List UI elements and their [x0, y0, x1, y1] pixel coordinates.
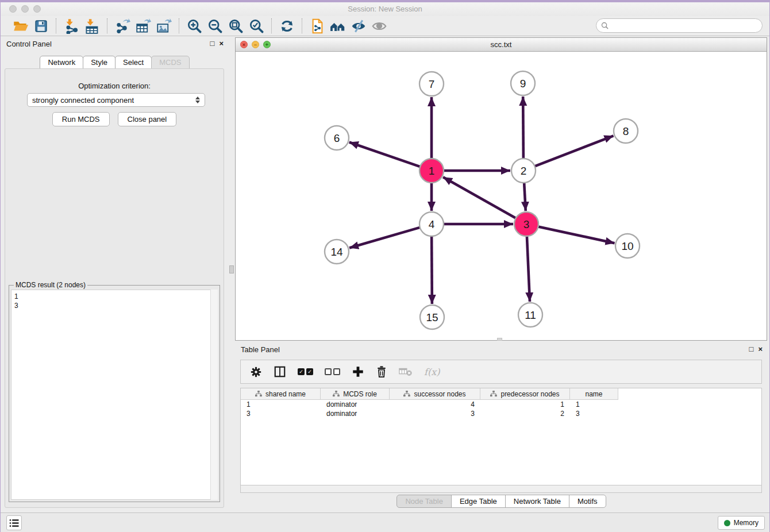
deselect-all-button[interactable]: [325, 363, 340, 380]
graph-node-label-9: 9: [520, 78, 526, 90]
table-panel-close-icon[interactable]: ×: [758, 344, 763, 354]
control-panel-float-icon[interactable]: □: [210, 38, 215, 48]
export-table-button[interactable]: [135, 18, 151, 34]
graph-edge-1-6[interactable]: [349, 142, 420, 167]
tab-select[interactable]: Select: [115, 56, 152, 69]
delete-table-icon: [399, 367, 413, 377]
window-title: Session: New Session: [1, 5, 769, 13]
save-session-button[interactable]: [33, 18, 49, 34]
trash-icon: [376, 365, 387, 378]
optimization-criterion-label: Optimization criterion:: [5, 82, 224, 90]
cell-MCDS-role: dominator: [321, 409, 390, 418]
graph-edge-3-10[interactable]: [538, 226, 615, 243]
new-network-from-selection-button[interactable]: [309, 18, 325, 34]
open-session-button[interactable]: [12, 18, 28, 34]
open-folder-icon: [13, 18, 28, 34]
panel-splitter[interactable]: [228, 37, 235, 512]
import-table-button[interactable]: [84, 18, 100, 34]
memory-button[interactable]: Memory: [718, 516, 765, 530]
column-type-icon: [403, 391, 410, 397]
cell-predecessor-nodes: 1: [480, 400, 570, 409]
graph-edge-3-1[interactable]: [443, 177, 516, 218]
hide-selected-button[interactable]: [351, 18, 367, 34]
zoom-selected-button[interactable]: [248, 18, 264, 34]
table-panel: Table Panel □ ×: [235, 342, 767, 512]
graph-node-label-6: 6: [334, 132, 340, 144]
first-neighbors-button[interactable]: [330, 18, 346, 34]
column-header-name[interactable]: name: [570, 388, 618, 400]
graph-node-label-7: 7: [429, 78, 435, 90]
cell-MCDS-role: dominator: [321, 400, 390, 409]
delete-table-button[interactable]: [399, 363, 413, 380]
mcds-result-text[interactable]: 1 3: [11, 290, 218, 500]
graph-node-label-8: 8: [623, 125, 629, 137]
import-table-icon: [84, 18, 100, 34]
run-mcds-button[interactable]: Run MCDS: [52, 112, 110, 126]
graph-edge-4-15[interactable]: [432, 236, 432, 304]
graph-edge-2-9[interactable]: [523, 97, 523, 159]
graph-edge-2-3[interactable]: [524, 183, 526, 211]
cell-shared-name: 1: [241, 400, 321, 409]
column-header-label: name: [585, 390, 602, 398]
column-header-shared-name[interactable]: shared name: [241, 388, 321, 400]
export-network-button[interactable]: [114, 18, 130, 34]
memory-status-icon: [724, 520, 730, 526]
search-input[interactable]: [611, 22, 757, 30]
tab-edge-table[interactable]: Edge Table: [451, 495, 506, 508]
column-header-successor-nodes[interactable]: successor nodes: [390, 388, 480, 400]
network-graph: 7968124314101511: [236, 52, 767, 340]
splitter-handle[interactable]: [229, 265, 234, 273]
criterion-select[interactable]: strongly connected component: [27, 93, 205, 107]
cell-predecessor-nodes: 2: [480, 409, 570, 418]
delete-row-button[interactable]: [376, 363, 387, 380]
tab-style[interactable]: Style: [83, 56, 116, 69]
column-header-predecessor-nodes[interactable]: predecessor nodes: [480, 388, 570, 400]
table-hscrollbar[interactable]: [240, 485, 762, 493]
graph-edge-3-11[interactable]: [527, 236, 530, 302]
table-options-button[interactable]: [250, 363, 262, 380]
show-all-button[interactable]: [371, 18, 387, 34]
criterion-selected-value: strongly connected component: [32, 96, 195, 105]
graph-node-label-14: 14: [330, 246, 343, 258]
import-network-button[interactable]: [63, 18, 79, 34]
tab-mcds[interactable]: MCDS: [151, 56, 189, 69]
titlebar: Session: New Session: [1, 2, 769, 16]
graph-node-label-10: 10: [621, 240, 633, 252]
table-row[interactable]: 1dominator411: [241, 400, 761, 409]
zoom-out-button[interactable]: [207, 18, 223, 34]
column-header-MCDS-role[interactable]: MCDS role: [321, 388, 390, 400]
apply-layout-button[interactable]: [279, 18, 295, 34]
show-column-button[interactable]: [274, 363, 286, 380]
tab-node-table[interactable]: Node Table: [396, 495, 452, 508]
control-panel: Control Panel □ × NetworkStyleSelectMCDS…: [1, 37, 228, 512]
tab-motifs[interactable]: Motifs: [569, 495, 606, 508]
save-floppy-icon: [34, 19, 48, 33]
network-window-titlebar: × − + scc.txt: [236, 38, 767, 52]
task-history-button[interactable]: [6, 515, 22, 530]
close-panel-button[interactable]: Close panel: [118, 112, 177, 126]
add-row-button[interactable]: [352, 363, 364, 380]
export-network-icon: [115, 18, 130, 34]
graph-edge-4-14[interactable]: [349, 228, 420, 248]
control-panel-close-icon[interactable]: ×: [219, 38, 224, 48]
table-toolbar: ✓✓: [240, 360, 762, 384]
select-all-button[interactable]: ✓✓: [298, 363, 313, 380]
graph-node-label-1: 1: [429, 165, 435, 177]
cell-name: 3: [570, 409, 618, 418]
zoom-in-button[interactable]: [186, 18, 202, 34]
node-table: shared nameMCDS rolesuccessor nodesprede…: [240, 388, 762, 485]
result-scrollbar[interactable]: [210, 290, 218, 500]
network-canvas[interactable]: 7968124314101511: [236, 52, 767, 340]
import-network-icon: [64, 18, 79, 34]
apply-function-button[interactable]: f(x): [424, 363, 440, 380]
export-image-button[interactable]: [156, 18, 172, 34]
table-row[interactable]: 3dominator323: [241, 409, 761, 418]
zoom-out-icon: [207, 18, 223, 34]
table-panel-float-icon[interactable]: □: [749, 344, 754, 354]
tab-network[interactable]: Network: [40, 56, 83, 69]
graph-edge-2-8[interactable]: [535, 136, 614, 166]
tab-network-table[interactable]: Network Table: [505, 495, 569, 508]
network-resize-handle[interactable]: [497, 338, 502, 341]
unchecked-boxes-icon: [325, 368, 340, 375]
zoom-fit-button[interactable]: [228, 18, 244, 34]
